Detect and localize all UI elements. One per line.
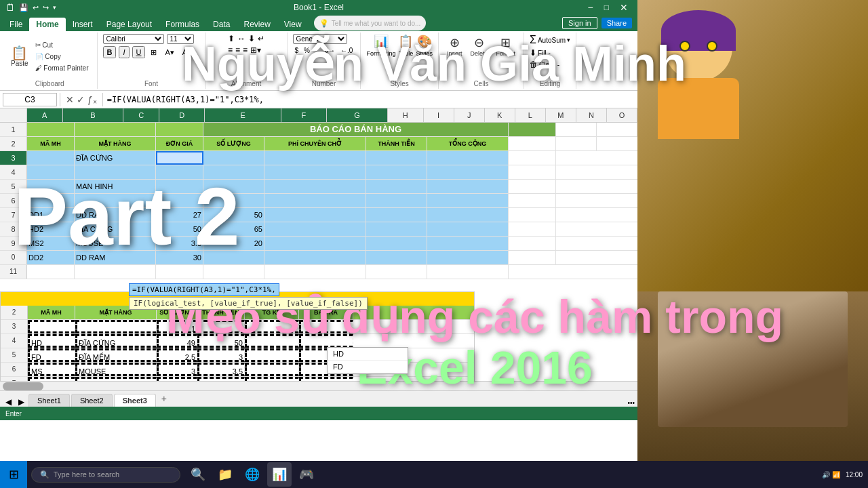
- sheet-nav-dots[interactable]: •••: [625, 399, 637, 407]
- autocomplete-dropdown[interactable]: HD FD: [327, 347, 408, 374]
- tell-me-box[interactable]: 💡 Tell me what you want to do...: [314, 16, 427, 30]
- confirm-formula-icon[interactable]: ✓: [77, 94, 85, 105]
- format-painter-button[interactable]: 🖌 Format Painter: [33, 63, 92, 73]
- cell-C1[interactable]: [156, 123, 203, 136]
- copy-button[interactable]: 📄 Copy: [33, 52, 92, 62]
- cell-F5[interactable]: [366, 180, 427, 193]
- increase-decimal-button[interactable]: .0→: [321, 46, 337, 55]
- merge-button[interactable]: ⊞▾: [250, 45, 261, 55]
- cell-E10[interactable]: [264, 251, 366, 264]
- cell-H8[interactable]: [509, 222, 556, 236]
- sh2-E4[interactable]: [245, 334, 299, 348]
- col-header-N[interactable]: N: [576, 108, 607, 122]
- cell-A1[interactable]: [27, 123, 75, 136]
- sh2-C6[interactable]: 3: [157, 363, 197, 376]
- align-left-button[interactable]: ≡: [228, 45, 233, 55]
- cell-A7[interactable]: DD1: [27, 208, 75, 222]
- sh2-A4[interactable]: HD: [28, 334, 75, 348]
- cell-G11[interactable]: [427, 265, 509, 279]
- cell-F2[interactable]: THÀNH TIỀN: [366, 137, 427, 150]
- cell-B3[interactable]: ĐĨA CỨNG: [75, 151, 156, 165]
- format-cells-button[interactable]: ⊞ Format: [494, 34, 519, 58]
- cancel-formula-icon[interactable]: ✕: [66, 94, 74, 105]
- cell-G6[interactable]: [427, 194, 509, 207]
- cell-C8[interactable]: 50: [156, 222, 203, 236]
- cell-B7[interactable]: DD RAM: [75, 208, 156, 222]
- cell-G5[interactable]: [427, 180, 509, 193]
- cell-E3[interactable]: [264, 151, 366, 165]
- sheet-tab-1[interactable]: Sheet1: [28, 394, 70, 407]
- cell-F10[interactable]: [366, 251, 427, 264]
- quick-access-save[interactable]: 💾: [19, 3, 28, 12]
- align-right-button[interactable]: ≡: [243, 45, 248, 55]
- bold-button[interactable]: B: [103, 46, 117, 58]
- cell-B1[interactable]: [75, 123, 156, 136]
- cell-F8[interactable]: [366, 222, 427, 236]
- sh2-F4[interactable]: [299, 334, 353, 348]
- cell-E5[interactable]: [264, 180, 366, 193]
- sh2-E3[interactable]: [245, 320, 299, 333]
- sh2-C3[interactable]: 1: [157, 320, 197, 333]
- sh2-C4[interactable]: 49: [157, 334, 197, 348]
- cell-C10[interactable]: 30: [156, 251, 203, 264]
- sh2-D4[interactable]: 50: [197, 334, 245, 348]
- cell-B10[interactable]: DD RAM: [75, 251, 156, 264]
- cell-D9[interactable]: 20: [203, 237, 264, 250]
- col-header-B[interactable]: B: [63, 108, 124, 122]
- sh2-D3[interactable]: 2: [197, 320, 245, 333]
- number-format-select[interactable]: General: [293, 34, 347, 44]
- cell-G10[interactable]: [427, 251, 509, 264]
- cell-D4[interactable]: [203, 165, 264, 179]
- cell-E6[interactable]: [264, 194, 366, 207]
- cell-C6[interactable]: [156, 194, 203, 207]
- quick-access-dropdown[interactable]: ▾: [53, 4, 56, 11]
- italic-button[interactable]: I: [119, 46, 129, 58]
- decrease-decimal-button[interactable]: ←.0: [338, 46, 355, 55]
- currency-button[interactable]: $: [293, 46, 301, 55]
- cell-B11[interactable]: [75, 265, 156, 279]
- sh2-A3[interactable]: [28, 320, 75, 333]
- cell-H5[interactable]: [509, 180, 556, 193]
- cell-B5[interactable]: MAN HINH: [75, 180, 156, 193]
- sh2-B5[interactable]: ĐĨA MỀM: [75, 348, 157, 362]
- fill-button[interactable]: ⬇ Fill -: [530, 48, 570, 58]
- cell-D1-merged[interactable]: BÁO CÁO BÁN HÀNG: [203, 123, 509, 136]
- border-button[interactable]: ⊞: [148, 47, 159, 58]
- cell-I2[interactable]: [556, 137, 597, 150]
- window-close[interactable]: ✕: [616, 2, 632, 13]
- underline-button[interactable]: U: [132, 46, 146, 58]
- cell-D10[interactable]: [203, 251, 264, 264]
- cell-A4[interactable]: [27, 165, 75, 179]
- cell-C2[interactable]: ĐƠN GIÁ: [156, 137, 203, 150]
- tab-home[interactable]: Home: [29, 18, 65, 31]
- cell-A11[interactable]: [27, 265, 75, 279]
- tab-formulas[interactable]: Formulas: [159, 18, 206, 31]
- cell-G7[interactable]: [427, 208, 509, 222]
- font-size-select[interactable]: 11: [167, 34, 194, 44]
- cell-F6[interactable]: [366, 194, 427, 207]
- taskbar-edge[interactable]: 🌐: [240, 462, 264, 487]
- col-header-I[interactable]: I: [424, 108, 454, 122]
- name-box[interactable]: [3, 93, 57, 106]
- cell-A2[interactable]: MÃ MH: [27, 137, 75, 150]
- align-middle-button[interactable]: ↔: [237, 34, 245, 43]
- cell-H3[interactable]: [509, 151, 556, 165]
- taskbar-excel[interactable]: 📊: [267, 462, 292, 487]
- cell-B8[interactable]: ĐĨA CỨNG: [75, 222, 156, 236]
- taskbar-cortana[interactable]: 🔍: [186, 462, 210, 487]
- dropdown-item-hd[interactable]: HD: [328, 348, 408, 361]
- sh2-F3[interactable]: [299, 320, 353, 333]
- cell-H6[interactable]: [509, 194, 556, 207]
- insert-cells-button[interactable]: ⊕ Insert: [444, 34, 465, 58]
- percent-button[interactable]: %: [302, 46, 312, 55]
- taskbar-game[interactable]: 🎮: [294, 462, 319, 487]
- cell-A3[interactable]: [27, 151, 75, 165]
- cell-D5[interactable]: [203, 180, 264, 193]
- cell-C9[interactable]: 3.5: [156, 237, 203, 250]
- col-header-E[interactable]: E: [205, 108, 281, 122]
- cell-H7[interactable]: [509, 208, 556, 222]
- sh2-B6[interactable]: MOUSE: [75, 363, 157, 376]
- delete-cells-button[interactable]: ⊖ Delete: [467, 34, 490, 58]
- windows-start-button[interactable]: ⊞: [0, 461, 27, 488]
- cut-button[interactable]: ✂ Cut: [33, 40, 92, 50]
